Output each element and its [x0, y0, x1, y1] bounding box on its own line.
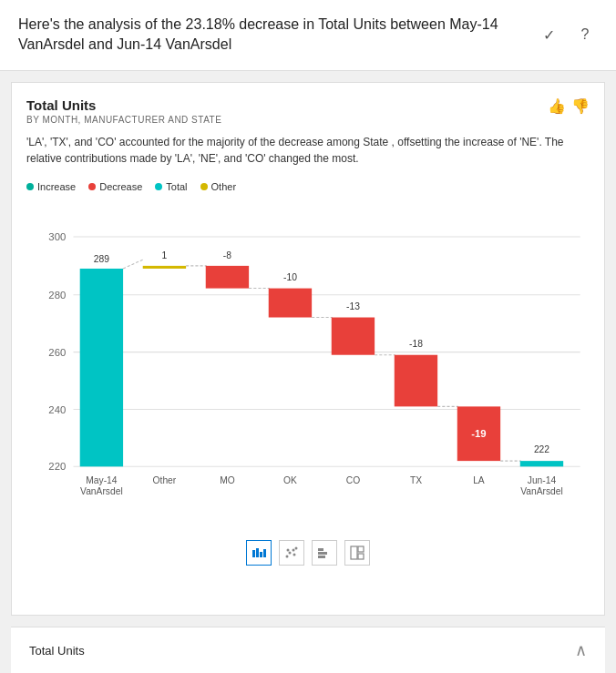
- bottom-label: Total Units: [29, 644, 85, 658]
- chart-area: 300 280 260 240 220 289 1: [26, 199, 590, 527]
- bar-other: [143, 266, 186, 269]
- bar-jun14: [520, 461, 563, 466]
- card-feedback: 👍 👎: [548, 97, 590, 115]
- svg-point-39: [286, 555, 289, 557]
- legend-label-decrease: Decrease: [99, 181, 142, 192]
- svg-point-44: [293, 553, 296, 556]
- check-icon[interactable]: ✓: [536, 22, 561, 47]
- card: Total Units BY MONTH, MANUFACTURER AND S…: [11, 82, 605, 616]
- thumbs-down-icon[interactable]: 👎: [571, 97, 590, 115]
- svg-text:MO: MO: [220, 475, 235, 485]
- svg-text:280: 280: [48, 290, 66, 301]
- svg-rect-35: [252, 550, 255, 557]
- svg-point-42: [295, 546, 298, 549]
- svg-text:-18: -18: [409, 339, 423, 349]
- svg-rect-50: [358, 554, 364, 559]
- svg-text:May-14: May-14: [86, 475, 118, 485]
- legend: Increase Decrease Total Other: [26, 181, 590, 192]
- legend-label-total: Total: [166, 181, 187, 192]
- card-title: Total Units: [26, 97, 221, 113]
- svg-text:-19: -19: [471, 428, 486, 439]
- toolbar-scatter-btn[interactable]: [279, 540, 304, 566]
- svg-text:289: 289: [94, 254, 109, 264]
- chart-svg: 300 280 260 240 220 289 1: [26, 199, 590, 527]
- svg-rect-45: [318, 548, 323, 551]
- svg-text:1: 1: [162, 250, 168, 260]
- svg-text:CO: CO: [346, 475, 360, 485]
- card-description: 'LA', 'TX', and 'CO' accounted for the m…: [26, 134, 590, 167]
- header: Here's the analysis of the 23.18% decrea…: [0, 0, 616, 71]
- toolbar-waterfall-btn[interactable]: [246, 540, 272, 566]
- header-title: Here's the analysis of the 23.18% decrea…: [18, 15, 536, 56]
- svg-text:300: 300: [48, 231, 66, 242]
- svg-point-43: [287, 548, 290, 551]
- legend-dot-decrease: [88, 183, 96, 190]
- svg-text:OK: OK: [283, 475, 297, 485]
- svg-text:Other: Other: [153, 475, 177, 485]
- svg-rect-38: [263, 549, 266, 557]
- svg-text:VanArsdel: VanArsdel: [520, 486, 563, 496]
- legend-dot-increase: [26, 183, 34, 190]
- legend-item-decrease: Decrease: [88, 181, 142, 192]
- legend-dot-total: [155, 183, 162, 190]
- bar-co: [332, 317, 375, 354]
- svg-rect-47: [318, 556, 325, 558]
- svg-text:-10: -10: [283, 272, 297, 282]
- svg-rect-48: [351, 546, 357, 559]
- svg-rect-46: [318, 552, 327, 555]
- chart-toolbar: [26, 535, 590, 566]
- card-subtitle: BY MONTH, MANUFACTURER AND STATE: [26, 115, 221, 125]
- svg-rect-36: [256, 548, 259, 557]
- svg-text:TX: TX: [410, 475, 422, 485]
- svg-text:222: 222: [534, 444, 549, 454]
- header-actions: ✓ ?: [536, 22, 598, 47]
- help-icon[interactable]: ?: [572, 22, 598, 47]
- legend-label-increase: Increase: [37, 181, 76, 192]
- toolbar-treemap-btn[interactable]: [344, 540, 370, 566]
- svg-text:LA: LA: [473, 475, 485, 485]
- svg-point-40: [289, 551, 292, 554]
- bar-ok: [269, 288, 312, 317]
- bar-mo: [206, 266, 249, 289]
- svg-text:-13: -13: [346, 301, 360, 311]
- svg-point-41: [293, 548, 295, 551]
- svg-rect-49: [358, 546, 364, 552]
- legend-item-total: Total: [155, 181, 187, 192]
- legend-item-increase: Increase: [26, 181, 76, 192]
- bottom-section: Total Units ∧: [11, 627, 605, 673]
- legend-item-other: Other: [200, 181, 237, 192]
- svg-text:VanArsdel: VanArsdel: [80, 486, 123, 496]
- legend-dot-other: [200, 183, 208, 190]
- card-header: Total Units BY MONTH, MANUFACTURER AND S…: [26, 97, 590, 125]
- svg-text:Jun-14: Jun-14: [528, 475, 557, 485]
- svg-text:260: 260: [48, 347, 66, 358]
- svg-text:240: 240: [48, 403, 66, 414]
- svg-line-11: [123, 259, 144, 268]
- bar-may14: [80, 269, 123, 466]
- thumbs-up-icon[interactable]: 👍: [548, 97, 566, 115]
- toolbar-bar-btn[interactable]: [312, 540, 337, 566]
- svg-text:220: 220: [48, 461, 66, 472]
- bottom-chevron-icon[interactable]: ∧: [575, 640, 587, 660]
- legend-label-other: Other: [211, 181, 237, 192]
- bar-tx: [395, 355, 437, 407]
- svg-rect-37: [260, 552, 262, 557]
- svg-text:-8: -8: [223, 250, 231, 260]
